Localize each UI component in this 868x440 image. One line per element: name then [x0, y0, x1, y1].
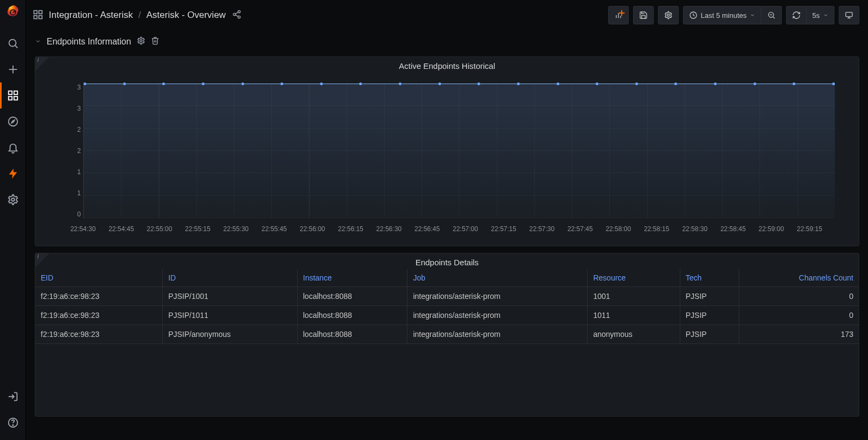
- chart-area[interactable]: 3322110 22:54:3022:54:4522:55:0022:55:15…: [35, 73, 859, 235]
- table-cell: localhost:8088: [297, 287, 407, 306]
- x-tick: 22:56:30: [376, 225, 402, 233]
- data-point: [754, 82, 756, 85]
- y-tick: 0: [77, 211, 81, 218]
- save-dashboard-button[interactable]: [633, 6, 654, 24]
- y-axis-ticks: 3322110: [68, 84, 81, 218]
- chevron-down-icon: [823, 12, 828, 18]
- svg-rect-16: [39, 10, 42, 14]
- gear-icon: [137, 36, 145, 45]
- row-title: Endpoints Information: [47, 37, 131, 47]
- dashboards-icon: [33, 9, 43, 22]
- row-settings-button[interactable]: [137, 36, 145, 47]
- data-point: [123, 82, 126, 85]
- nav-search-button[interactable]: [0, 30, 26, 56]
- x-tick: 22:58:30: [682, 225, 707, 233]
- table-header-cell[interactable]: Job: [407, 269, 588, 287]
- zoom-out-button[interactable]: [761, 6, 782, 24]
- svg-marker-10: [11, 120, 15, 123]
- table-header-cell[interactable]: Channels Count: [739, 269, 859, 287]
- breadcrumb-parent[interactable]: Integration - Asterisk: [49, 10, 133, 21]
- svg-rect-5: [8, 91, 11, 94]
- data-point: [557, 82, 559, 85]
- nav-explore-button[interactable]: [0, 109, 26, 135]
- table-header-cell[interactable]: Tech: [680, 269, 739, 287]
- y-tick: 2: [77, 147, 81, 155]
- x-tick: 22:59:15: [797, 225, 822, 233]
- bolt-icon: [7, 168, 19, 180]
- panel-title: Endpoints Details: [35, 253, 859, 269]
- nav-help-button[interactable]: [0, 410, 26, 436]
- share-button[interactable]: [232, 10, 241, 21]
- svg-point-9: [8, 117, 17, 126]
- table-cell: f2:19:a6:ce:98:23: [35, 325, 163, 344]
- nav-alerting-button[interactable]: [0, 135, 26, 161]
- data-point: [162, 82, 165, 85]
- refresh-interval-button[interactable]: 5s: [807, 6, 834, 24]
- svg-rect-18: [39, 15, 42, 18]
- table-cell: PJSIP: [680, 287, 739, 306]
- data-point: [832, 82, 835, 85]
- refresh-now-button[interactable]: [786, 6, 807, 24]
- refresh-picker: 5s: [786, 6, 834, 24]
- plot-area: [83, 84, 835, 218]
- svg-rect-8: [14, 97, 17, 100]
- svg-point-37: [140, 40, 142, 42]
- y-tick: 2: [77, 126, 81, 133]
- x-tick: 22:56:00: [300, 225, 326, 233]
- svg-rect-6: [14, 91, 17, 94]
- svg-rect-15: [34, 10, 37, 14]
- x-tick: 22:56:45: [414, 225, 440, 233]
- search-icon: [7, 37, 19, 49]
- chevron-down-icon: [35, 37, 41, 47]
- zoom-out-icon: [767, 11, 776, 20]
- x-tick: 22:54:45: [108, 225, 134, 233]
- table-header-cell[interactable]: Instance: [297, 269, 407, 287]
- cycle-view-button[interactable]: [839, 6, 859, 24]
- y-tick: 3: [77, 105, 81, 112]
- time-range-button[interactable]: Last 5 minutes: [683, 6, 762, 24]
- x-tick: 22:58:45: [720, 225, 746, 233]
- table-row[interactable]: f2:19:a6:ce:98:23PJSIP/1011localhost:808…: [35, 306, 859, 325]
- grafana-logo-icon[interactable]: [5, 4, 21, 20]
- svg-point-19: [238, 10, 240, 12]
- table-row[interactable]: f2:19:a6:ce:98:23PJSIP/anonymouslocalhos…: [35, 325, 859, 344]
- table-body: f2:19:a6:ce:98:23PJSIP/1001localhost:808…: [35, 287, 859, 344]
- nav-incidents-button[interactable]: [0, 161, 26, 187]
- gear-icon: [664, 11, 673, 20]
- table-header-cell[interactable]: ID: [163, 269, 297, 287]
- compass-icon: [7, 116, 19, 127]
- x-tick: 22:55:00: [147, 225, 173, 233]
- svg-point-11: [11, 198, 15, 201]
- data-point: [517, 82, 520, 85]
- y-tick: 3: [77, 84, 81, 91]
- time-range-label: Last 5 minutes: [701, 11, 747, 20]
- data-point: [635, 82, 638, 85]
- refresh-icon: [792, 11, 801, 20]
- trash-icon: [151, 36, 159, 45]
- table-row[interactable]: f2:19:a6:ce:98:23PJSIP/1001localhost:808…: [35, 287, 859, 306]
- table-cell: anonymous: [588, 325, 680, 344]
- add-panel-button[interactable]: [608, 6, 629, 24]
- svg-line-32: [773, 17, 775, 18]
- panel-endpoints-details[interactable]: Endpoints Details EIDIDInstanceJobResour…: [35, 253, 859, 417]
- table-header-cell[interactable]: EID: [35, 269, 163, 287]
- row-delete-button[interactable]: [151, 36, 159, 47]
- svg-rect-7: [8, 97, 11, 100]
- dashboard-settings-button[interactable]: [658, 6, 679, 24]
- panel-info-handle[interactable]: [35, 253, 49, 267]
- data-point: [438, 82, 441, 85]
- nav-configuration-button[interactable]: [0, 187, 26, 213]
- row-header[interactable]: Endpoints Information: [35, 34, 859, 50]
- table-cell: f2:19:a6:ce:98:23: [35, 306, 163, 325]
- x-tick: 22:57:45: [567, 225, 593, 233]
- nav-signin-button[interactable]: [0, 384, 26, 410]
- x-tick: 22:56:15: [338, 225, 363, 233]
- nav-create-button[interactable]: [0, 56, 26, 82]
- table-header-cell[interactable]: Resource: [588, 269, 680, 287]
- panel-info-handle[interactable]: [35, 57, 49, 71]
- y-tick: 1: [77, 168, 81, 176]
- monitor-icon: [845, 11, 853, 20]
- panel-active-endpoints-historical[interactable]: Active Endpoints Historical 3322110 22:5…: [35, 56, 859, 246]
- x-tick: 22:54:30: [71, 225, 96, 233]
- nav-dashboards-button[interactable]: [0, 82, 26, 109]
